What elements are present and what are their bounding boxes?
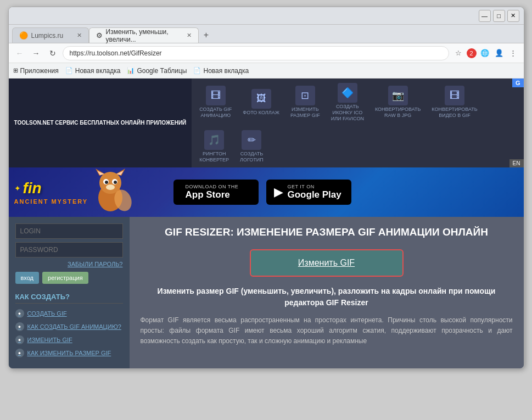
nav-photo-collage[interactable]: 🖼 ФОТО КОЛЛАЖ xyxy=(239,87,283,118)
nav-resize-gif[interactable]: ⊡ ИЗМЕНИТЬРАЗМЕР GIF xyxy=(287,83,323,121)
tab-close-gifresizer[interactable]: ✕ xyxy=(187,32,192,39)
language-button[interactable]: EN xyxy=(509,159,524,167)
sidebar-link-label-1: СОЗДАТЬ GIF xyxy=(27,310,67,317)
bookmark-newtab2[interactable]: 📄 Новая вкладка xyxy=(193,67,249,75)
tab-gifresizer[interactable]: ⚙ Изменить, уменьши, увеличи... ✕ xyxy=(89,27,199,43)
bookmark-newtab1[interactable]: 📄 Новая вкладка xyxy=(65,67,121,75)
sidebar-link-label-3: ИЗМЕНИТЬ GIF xyxy=(27,337,72,343)
back-button[interactable]: ← xyxy=(13,47,26,60)
bookmarks-bar: ⊞ Приложения 📄 Новая вкладка 📊 Google Та… xyxy=(9,63,524,79)
game-subtitle: ANCIENT MYSTERY xyxy=(14,198,88,205)
nav-raw-to-jpg[interactable]: 📷 КОНВЕРТИРОВАТЬRAW В JPG xyxy=(372,83,424,121)
svg-point-11 xyxy=(106,184,115,190)
apps-grid-icon: ⊞ xyxy=(13,67,18,74)
nav-items: 🎞 СОЗДАТЬ GIFАНИМАЦИЮ 🖼 ФОТО КОЛЛАЖ ⊡ ИЗ… xyxy=(192,79,523,167)
browser-window: — □ ✕ 🟠 Lumpics.ru ✕ ⚙ Изменить, уменьши… xyxy=(8,7,524,369)
collage-icon: 🖼 xyxy=(251,89,271,109)
sidebar-link-how-create-gif[interactable]: ● КАК СОЗДАТЬ GIF АНИМАЦИЮ? xyxy=(15,322,123,331)
sidebar-icon-4: ● xyxy=(15,349,24,357)
google-play-sub-label: GET IT ON xyxy=(288,184,341,189)
site-nav: TOOLSON.NET СЕРВИС БЕСПЛАТНЫХ ОНЛАЙН ПРИ… xyxy=(9,79,524,167)
address-bar: ← → ↻ ☆ 2 🌐 👤 ⋮ xyxy=(9,43,524,63)
password-input[interactable] xyxy=(15,242,123,257)
bookmark-newtab1-label: Новая вкладка xyxy=(75,67,121,75)
sidebar-link-label-2: КАК СОЗДАТЬ GIF АНИМАЦИЮ? xyxy=(27,323,121,330)
main-subtitle: Изменить размер GIF (уменьшить, увеличит… xyxy=(141,285,513,309)
nav-video-to-gif[interactable]: 🎞 КОНВЕРТИРОВАТЬВИДЕО В GIF xyxy=(428,83,480,121)
sidebar-link-change-gif[interactable]: ● ИЗМЕНИТЬ GIF xyxy=(15,335,123,344)
sidebar-icon-3: ● xyxy=(15,335,24,344)
game-title: fin xyxy=(23,180,42,197)
app-store-sub-label: Download on the xyxy=(186,184,239,189)
svg-point-9 xyxy=(114,181,117,184)
change-gif-wrapper: Изменить GIF xyxy=(141,249,513,277)
page-icon-2: 📄 xyxy=(193,67,201,74)
login-input[interactable] xyxy=(15,223,123,239)
sidebar-section-title: КАК СОЗДАТЬ? xyxy=(15,293,123,304)
minimize-button[interactable]: — xyxy=(479,10,491,22)
login-button[interactable]: вход xyxy=(15,272,40,284)
tab-lumpics[interactable]: 🟠 Lumpics.ru ✕ xyxy=(12,27,89,43)
menu-icon[interactable]: ⋮ xyxy=(507,47,519,59)
raw-icon: 📷 xyxy=(388,86,408,105)
tab-title-gifresizer: Изменить, уменьши, увеличи... xyxy=(106,28,183,43)
logo-icon: ✏ xyxy=(242,130,261,150)
google-play-button[interactable]: ▶ GET IT ON Google Play xyxy=(266,180,351,205)
sheets-icon: 📊 xyxy=(127,67,135,74)
nav-create-logo[interactable]: ✏ СОЗДАТЬЛОГОТИП xyxy=(237,128,267,165)
address-input[interactable] xyxy=(63,46,449,60)
profile-icon[interactable]: 👤 xyxy=(493,47,505,59)
forward-button[interactable]: → xyxy=(30,47,43,60)
app-store-button[interactable]: Download on the App Store xyxy=(173,180,259,205)
ico-icon: 🔷 xyxy=(338,83,357,103)
new-tab-button[interactable]: + xyxy=(199,27,214,43)
main-description: Формат GIF является весьма распространен… xyxy=(141,315,513,347)
app-store-name-label: App Store xyxy=(186,189,239,200)
page-title: GIF RESIZER: ИЗМЕНЕНИЕ РАЗМЕРА GIF АНИМА… xyxy=(141,226,513,239)
video-icon: 🎞 xyxy=(445,86,464,105)
address-icons: ☆ 2 🌐 👤 ⋮ xyxy=(452,47,519,59)
bookmark-newtab2-label: Новая вкладка xyxy=(203,67,249,75)
tab-bar: 🟠 Lumpics.ru ✕ ⚙ Изменить, уменьши, увел… xyxy=(9,25,524,43)
page-icon-1: 📄 xyxy=(65,67,73,74)
extensions-icon[interactable]: 🌐 xyxy=(479,47,491,59)
website-content: TOOLSON.NET СЕРВИС БЕСПЛАТНЫХ ОНЛАЙН ПРИ… xyxy=(9,79,524,368)
forgot-password-link[interactable]: ЗАБЫЛИ ПАРОЛЬ? xyxy=(15,261,123,267)
tab-close-lumpics[interactable]: ✕ xyxy=(77,32,82,39)
bookmark-google-sheets[interactable]: 📊 Google Таблицы xyxy=(127,67,187,75)
google-play-icon: ▶ xyxy=(274,185,283,199)
bookmark-apps[interactable]: ⊞ Приложения xyxy=(13,67,59,75)
ringtone-icon: 🎵 xyxy=(204,130,224,150)
google-play-text: GET IT ON Google Play xyxy=(288,184,341,200)
nav-create-gif[interactable]: 🎞 СОЗДАТЬ GIFАНИМАЦИЮ xyxy=(196,83,235,121)
svg-point-1 xyxy=(99,172,121,194)
resize-icon: ⊡ xyxy=(295,86,315,105)
sidebar-link-how-change-size[interactable]: ● КАК ИЗМЕНИТЬ РАЗМЕР GIF xyxy=(15,349,123,357)
tab-title-lumpics: Lumpics.ru xyxy=(31,32,64,40)
gif-icon: 🎞 xyxy=(206,86,226,105)
fox-character-svg xyxy=(86,167,135,214)
close-button[interactable]: ✕ xyxy=(507,10,519,22)
title-bar: — □ ✕ xyxy=(9,7,524,25)
bookmark-icon[interactable]: ☆ xyxy=(452,47,464,59)
banner-game-info: ✦ fin ANCIENT MYSTERY xyxy=(9,167,157,217)
bookmark-apps-label: Приложения xyxy=(20,67,59,75)
main-content-area: GIF RESIZER: ИЗМЕНЕНИЕ РАЗМЕРА GIF АНИМА… xyxy=(130,217,524,368)
sidebar-link-label-4: КАК ИЗМЕНИТЬ РАЗМЕР GIF xyxy=(27,350,111,356)
nav-create-ico[interactable]: 🔷 СОЗДАТЬИКОНКУ ICOИЛИ FAVICON xyxy=(328,81,367,124)
change-gif-button[interactable]: Изменить GIF xyxy=(250,249,404,277)
bookmark-sheets-label: Google Таблицы xyxy=(137,67,187,75)
sidebar: ЗАБЫЛИ ПАРОЛЬ? вход регистрация КАК СОЗД… xyxy=(9,217,130,368)
tab-favicon-lumpics: 🟠 xyxy=(19,31,28,40)
site-banner: ✦ fin ANCIENT MYSTERY Download on the Ap… xyxy=(9,167,524,217)
maximize-button[interactable]: □ xyxy=(493,10,505,22)
register-button[interactable]: регистрация xyxy=(42,272,88,284)
google-play-name-label: Google Play xyxy=(288,189,341,200)
security-icon: 2 xyxy=(467,48,477,58)
g-button[interactable]: G xyxy=(512,79,524,87)
nav-ringtone[interactable]: 🎵 РИНГТОНКОНВЕРТЕР xyxy=(196,128,232,165)
sidebar-link-create-gif[interactable]: ● СОЗДАТЬ GIF xyxy=(15,309,123,318)
sidebar-icon-2: ● xyxy=(15,322,24,331)
app-store-text: Download on the App Store xyxy=(186,184,239,200)
reload-button[interactable]: ↻ xyxy=(46,47,59,60)
